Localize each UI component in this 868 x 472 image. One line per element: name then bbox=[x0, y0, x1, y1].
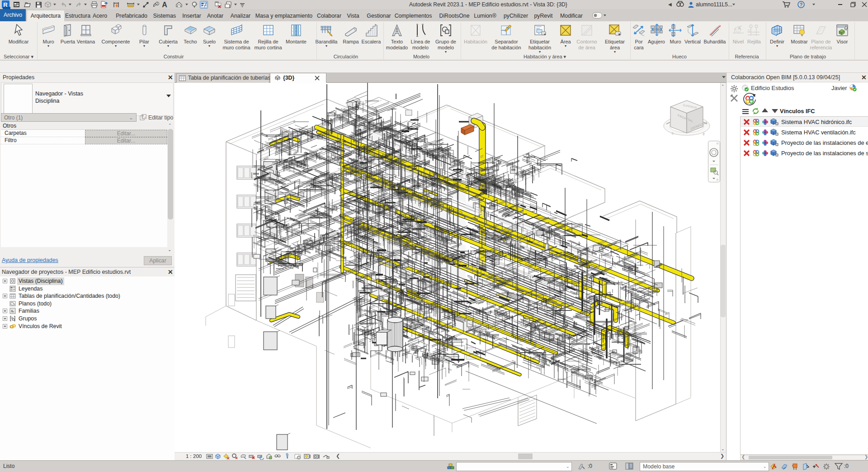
svg-text:A: A bbox=[162, 1, 167, 9]
svg-text:?: ? bbox=[800, 2, 802, 7]
svg-text:E: E bbox=[703, 132, 706, 136]
svg-text:1: 1 bbox=[156, 2, 158, 5]
svg-text:R: R bbox=[3, 1, 8, 8]
